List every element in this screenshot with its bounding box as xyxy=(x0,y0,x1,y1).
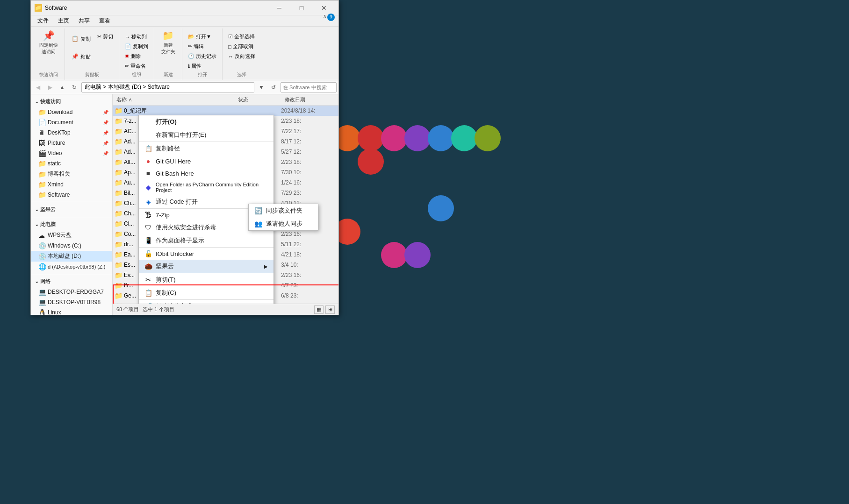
rename-label: 重命名 xyxy=(130,63,146,70)
svg-point-3 xyxy=(381,125,407,151)
file-date-12: 2/23 16: xyxy=(281,231,337,237)
column-name[interactable]: 名称 ∧ xyxy=(113,94,234,105)
context-menu-item-open-new-window[interactable]: 在新窗口中打开(E) xyxy=(139,128,273,142)
previous-location-button[interactable]: ↺ xyxy=(268,82,279,92)
ribbon-collapse-button[interactable]: ∧ xyxy=(323,14,326,19)
sidebar-item-wps-cloud[interactable]: ☁ WPS云盘 xyxy=(31,230,112,241)
context-desktop-grid-label: 作为桌面格子显示 xyxy=(156,236,204,245)
context-menu-item-iobit[interactable]: 🔓 IObit Unlocker xyxy=(139,248,273,260)
sidebar-item-picture[interactable]: 🖼 Picture 📌 xyxy=(31,138,112,148)
sidebar-item-picture-label: Picture xyxy=(48,140,65,146)
sidebar-item-drive-z[interactable]: 🌐 d (\\Desktop-v0tbr98) (Z:) xyxy=(31,262,112,272)
sidebar-section-jianguoyun[interactable]: ⌄ 坚果云 xyxy=(31,204,112,215)
svg-point-4 xyxy=(404,125,431,151)
sidebar-item-desktop-erdgga7[interactable]: 💻 DESKTOP-ERDGGA7 xyxy=(31,287,112,297)
file-item-0[interactable]: 📁 0_笔记库 2024/8/18 14: xyxy=(113,106,338,116)
column-status[interactable]: 状态 xyxy=(234,94,281,105)
context-menu-item-open[interactable]: 打开(O) xyxy=(139,115,273,128)
sidebar-item-static[interactable]: 📁 static xyxy=(31,158,112,169)
sidebar-item-software-label: Software xyxy=(48,192,70,198)
context-menu-item-git-gui[interactable]: ● Git GUI Here xyxy=(139,155,273,167)
sidebar-item-desktop[interactable]: 🖥 DesKTop 📌 xyxy=(31,128,112,138)
context-menu-item-git-bash[interactable]: ■ Git Bash Here xyxy=(139,167,273,179)
menu-file[interactable]: 文件 xyxy=(33,16,53,26)
sidebar-section-this-pc[interactable]: ⌄ 此电脑 xyxy=(31,219,112,230)
menu-share[interactable]: 共享 xyxy=(74,16,94,26)
desktop-pin: 📌 xyxy=(103,130,108,135)
properties-button[interactable]: ℹ 属性 xyxy=(186,62,218,71)
back-button[interactable]: ◀ xyxy=(33,82,43,92)
submenu-invite-sync[interactable]: 👥 邀请他人同步 xyxy=(249,217,318,230)
file-date-8: 7/29 23: xyxy=(281,190,337,196)
git-bash-icon: ■ xyxy=(144,170,152,177)
history-button[interactable]: 🕐 历史记录 xyxy=(186,52,218,61)
move-to-button[interactable]: → 移动到 xyxy=(123,32,150,41)
menu-home[interactable]: 主页 xyxy=(53,16,74,26)
sidebar-item-download[interactable]: 📁 Download 📌 xyxy=(31,107,112,117)
context-menu-item-pycharm[interactable]: ◆ Open Folder as PyCharm Community Editi… xyxy=(139,179,273,195)
deselect-all-button[interactable]: □ 全部取消 xyxy=(226,42,257,51)
context-menu-item-copy-path[interactable]: 📋 复制路径 xyxy=(139,142,273,155)
context-open-new-window-label: 在新窗口中打开(E) xyxy=(156,131,206,139)
context-jianguoyun-label: 坚果云 xyxy=(156,262,174,270)
sidebar-item-desktop-v0tbr98[interactable]: 💻 DESKTOP-V0TBR98 xyxy=(31,297,112,307)
network-pc-icon-2: 💻 xyxy=(38,298,46,306)
sidebar-item-download-label: Download xyxy=(48,109,72,115)
antivirus-icon: 🛡 xyxy=(144,224,152,231)
copy-button[interactable]: 📋 复制 xyxy=(69,30,94,47)
details-view-button[interactable]: ▦ xyxy=(314,305,324,314)
edit-button[interactable]: ✏ 编辑 xyxy=(186,42,218,51)
sidebar-item-xmind[interactable]: 📁 Xmind xyxy=(31,179,112,190)
submenu-sync-folder[interactable]: 🔄 同步该文件夹 xyxy=(249,204,318,217)
new-folder-button[interactable]: 📁 新建文件夹 xyxy=(158,30,178,55)
large-icons-view-button[interactable]: ⊞ xyxy=(325,305,335,314)
sidebar-item-windows-c[interactable]: 💿 Windows (C:) xyxy=(31,241,112,251)
paste-button[interactable]: 📌 粘贴 xyxy=(69,48,94,65)
context-menu-item-desktop-grid[interactable]: 📱 作为桌面格子显示 xyxy=(139,234,273,248)
address-path[interactable]: 此电脑 > 本地磁盘 (D:) > Software xyxy=(81,82,254,92)
sidebar-item-local-d[interactable]: 💿 本地磁盘 (D:) xyxy=(31,251,112,262)
context-menu-item-shortcut[interactable]: 🔗 创建快捷方式(S) xyxy=(139,299,273,304)
context-menu-item-cut[interactable]: ✂ 剪切(T) xyxy=(139,273,273,286)
column-date[interactable]: 修改日期 xyxy=(281,94,338,105)
sidebar-item-video[interactable]: 🎬 Video 📌 xyxy=(31,148,112,158)
ribbon-select-items: ☑ 全部选择 □ 全部取消 ↔ 反向选择 xyxy=(226,30,257,71)
deselect-all-icon: □ xyxy=(228,44,231,50)
help-button[interactable]: ? xyxy=(327,14,335,21)
minimize-button[interactable]: ─ xyxy=(268,0,290,15)
folder-icon-0: 📁 xyxy=(115,107,122,114)
select-all-button[interactable]: ☑ 全部选择 xyxy=(226,32,257,41)
copy-to-button[interactable]: 📄 复制到 xyxy=(123,42,150,51)
search-input[interactable] xyxy=(281,85,337,90)
open-button[interactable]: 📂 打开▼ xyxy=(186,32,218,41)
sidebar-section-quick-access[interactable]: ⌄ 快速访问 xyxy=(31,96,112,107)
sidebar-item-software[interactable]: 📁 Software xyxy=(31,190,112,200)
sidebar-item-linux[interactable]: 🐧 Linux xyxy=(31,307,112,315)
context-menu-item-jianguoyun[interactable]: 🌰 坚果云 ▶ xyxy=(139,260,273,273)
folder-icon-8: 📁 xyxy=(115,189,122,197)
pin-to-quick-access-button[interactable]: 📌 固定到快速访问 xyxy=(36,30,61,55)
forward-button[interactable]: ▶ xyxy=(45,82,55,92)
sidebar-item-blog[interactable]: 📁 博客相关 xyxy=(31,169,112,179)
cut-button[interactable]: ✂ 剪切 xyxy=(95,32,115,41)
close-button[interactable]: ✕ xyxy=(313,0,335,15)
delete-button[interactable]: ✖ 删除 xyxy=(123,52,150,61)
main-area: ⌄ 快速访问 📁 Download 📌 📄 Document 📌 🖥 DesKT… xyxy=(31,94,338,315)
maximize-button[interactable]: □ xyxy=(291,0,312,15)
rename-icon: ✏ xyxy=(125,63,129,69)
menu-bar: 文件 主页 共享 查看 ∧ ? xyxy=(31,15,338,27)
view-buttons: ▦ ⊞ xyxy=(314,305,335,314)
refresh-button[interactable]: ↻ xyxy=(69,82,79,92)
menu-view[interactable]: 查看 xyxy=(94,16,115,26)
sidebar-item-document[interactable]: 📄 Document 📌 xyxy=(31,117,112,128)
up-button[interactable]: ▲ xyxy=(57,82,67,92)
context-menu-item-copy[interactable]: 📋 复制(C) xyxy=(139,286,273,299)
folder-icon-7: 📁 xyxy=(115,179,122,186)
address-dropdown-button[interactable]: ▼ xyxy=(256,82,266,92)
invert-selection-button[interactable]: ↔ 反向选择 xyxy=(226,52,257,61)
paste-icon: 📌 xyxy=(72,53,79,60)
rename-button[interactable]: ✏ 重命名 xyxy=(123,62,150,71)
context-open-label: 打开(O) xyxy=(156,118,177,126)
folder-icon-3: 📁 xyxy=(115,138,122,145)
sidebar-section-network[interactable]: ⌄ 网络 xyxy=(31,276,112,287)
